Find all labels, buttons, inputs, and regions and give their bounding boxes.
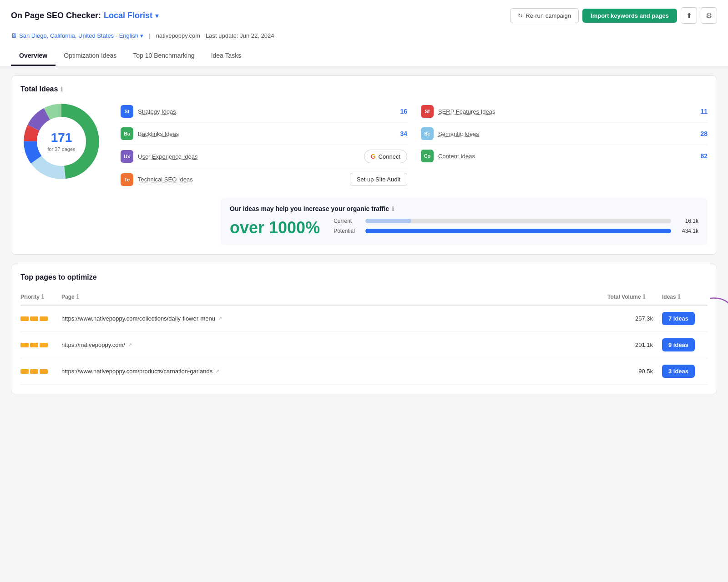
priority-bar-3 xyxy=(40,343,48,347)
header-top: On Page SEO Checker: Local Florist ▾ ↻ R… xyxy=(11,7,717,24)
page-title-blue: Local Florist xyxy=(104,11,152,20)
backlinks-count: 34 xyxy=(394,130,407,137)
page-url-3[interactable]: https://www.nativepoppy.com/products/car… xyxy=(61,368,607,375)
gear-icon: ⚙ xyxy=(706,11,712,20)
priority-label: Priority xyxy=(20,294,40,300)
row-1-container: https://www.nativepoppy.com/collections/… xyxy=(20,306,708,332)
donut-center: 171 for 37 pages xyxy=(47,130,75,152)
external-link-icon: ↗ xyxy=(215,368,219,374)
site-audit-button[interactable]: Set up Site Audit xyxy=(350,173,407,186)
volume-2: 201.1k xyxy=(607,341,662,348)
title-section: On Page SEO Checker: Local Florist ▾ xyxy=(11,11,159,20)
serp-badge: Sf xyxy=(421,105,434,118)
serp-ideas-row: Sf SERP Features Ideas 11 xyxy=(421,100,708,123)
connect-button[interactable]: G Connect xyxy=(364,150,407,163)
page-header: On Page SEO Checker: Local Florist ▾ ↻ R… xyxy=(0,0,728,66)
google-icon: G xyxy=(371,153,376,160)
priority-indicator xyxy=(20,369,61,374)
rerun-button[interactable]: ↻ Re-run campaign xyxy=(510,8,579,23)
total-pages-label: for 37 pages xyxy=(47,146,75,152)
priority-bar-2 xyxy=(30,369,38,374)
chevron-down-icon[interactable]: ▾ xyxy=(155,11,159,20)
backlinks-ideas-row: Ba Backlinks Ideas 34 xyxy=(121,123,407,145)
ideas-button-2[interactable]: 9 ideas xyxy=(662,338,695,351)
volume-3: 90.5k xyxy=(607,368,662,375)
location-chevron-icon[interactable]: ▾ xyxy=(140,32,143,39)
table-row: https://www.nativepoppy.com/products/car… xyxy=(20,358,708,385)
strategy-badge: St xyxy=(121,105,133,118)
content-ideas-link[interactable]: Content Ideas xyxy=(438,153,689,160)
table-row: https://www.nativepoppy.com/collections/… xyxy=(20,306,708,332)
page-title-prefix: On Page SEO Checker: xyxy=(11,11,101,20)
page-url-2[interactable]: https://nativepoppy.com/ ↗ xyxy=(61,341,607,348)
priority-bar-3 xyxy=(40,316,48,321)
tab-overview[interactable]: Overview xyxy=(11,46,56,66)
import-button[interactable]: Import keywords and pages xyxy=(582,9,677,23)
semantic-ideas-link[interactable]: Semantic Ideas xyxy=(438,130,689,137)
location-text: San Diego, California, United States - E… xyxy=(19,32,138,39)
priority-col-header: Priority ℹ xyxy=(20,293,61,300)
ux-ideas-row: Ux User Experience Ideas G Connect xyxy=(121,145,407,168)
volume-label: Total Volume xyxy=(607,294,641,300)
page-info-icon[interactable]: ℹ xyxy=(76,293,79,300)
content-ideas-row: Co Content Ideas 82 xyxy=(421,145,708,167)
backlinks-ideas-link[interactable]: Backlinks Ideas xyxy=(138,130,389,137)
priority-bar-1 xyxy=(20,316,29,321)
strategy-count: 16 xyxy=(394,108,407,115)
ideas-info-icon[interactable]: ℹ xyxy=(678,293,680,300)
priority-indicator xyxy=(20,343,61,347)
total-ideas-label: Total Ideas xyxy=(20,85,58,93)
location-selector[interactable]: 🖥 San Diego, California, United States -… xyxy=(11,32,143,39)
share-button[interactable]: ⬆ xyxy=(681,7,697,24)
technical-seo-row: Te Technical SEO Ideas Set up Site Audit xyxy=(121,168,407,191)
top-pages-title: Top pages to optimize xyxy=(20,273,708,281)
strategy-ideas-link[interactable]: Strategy Ideas xyxy=(138,108,389,115)
priority-bar-3 xyxy=(40,369,48,374)
tab-benchmarking[interactable]: Top 10 Benchmarking xyxy=(125,46,202,66)
priority-bar-2 xyxy=(30,316,38,321)
serp-ideas-link[interactable]: SERP Features Ideas xyxy=(438,108,689,115)
ux-badge: Ux xyxy=(121,150,133,163)
strategy-ideas-row: St Strategy Ideas 16 xyxy=(121,100,407,123)
site-audit-label: Set up Site Audit xyxy=(357,176,400,183)
settings-button[interactable]: ⚙ xyxy=(701,7,717,24)
ux-ideas-link[interactable]: User Experience Ideas xyxy=(138,153,359,160)
refresh-icon: ↻ xyxy=(518,12,523,19)
ideas-col-header: Ideas ℹ xyxy=(662,293,708,300)
organic-info-icon[interactable]: ℹ xyxy=(392,206,394,212)
current-bar-fill xyxy=(365,219,411,223)
tab-idea-tasks[interactable]: Idea Tasks xyxy=(203,46,250,66)
total-ideas-title: Total Ideas ℹ xyxy=(20,85,708,93)
priority-info-icon[interactable]: ℹ xyxy=(41,293,44,300)
technical-seo-link[interactable]: Technical SEO Ideas xyxy=(138,176,345,183)
potential-value: 434.1k xyxy=(676,228,698,234)
page-col-header: Page ℹ xyxy=(61,293,607,300)
ideas-cell-2: 9 ideas xyxy=(662,338,708,351)
traffic-bars: Current 16.1k Potential xyxy=(334,218,698,238)
technical-badge: Te xyxy=(121,173,133,186)
total-number: 171 xyxy=(47,130,75,145)
serp-count: 11 xyxy=(694,108,708,115)
tab-optimization-ideas[interactable]: Optimization Ideas xyxy=(56,46,125,66)
priority-bar-1 xyxy=(20,369,29,374)
domain-text: nativepoppy.com xyxy=(156,32,200,39)
total-ideas-content: 171 for 37 pages St Strategy Ideas 16 xyxy=(20,100,708,245)
ideas-right-col: Sf SERP Features Ideas 11 Se Semantic Id… xyxy=(421,100,708,191)
nav-tabs: Overview Optimization Ideas Top 10 Bench… xyxy=(11,46,717,66)
ideas-button-1[interactable]: 7 ideas xyxy=(662,312,695,325)
ideas-cell-1: 7 ideas xyxy=(662,312,708,325)
external-link-icon: ↗ xyxy=(128,342,132,348)
total-ideas-info-icon[interactable]: ℹ xyxy=(61,86,63,93)
page-url-1[interactable]: https://www.nativepoppy.com/collections/… xyxy=(61,315,607,322)
volume-info-icon[interactable]: ℹ xyxy=(643,293,645,300)
main-content: Total Ideas ℹ xyxy=(0,66,728,412)
current-value: 16.1k xyxy=(676,218,698,224)
ideas-button-3[interactable]: 3 ideas xyxy=(662,365,695,378)
organic-title-text: Our ideas may help you increase your org… xyxy=(230,205,389,212)
divider: | xyxy=(149,32,150,39)
external-link-icon: ↗ xyxy=(218,316,222,321)
organic-main: over 1000% Current 16.1k Potential xyxy=(230,218,698,238)
ideas-label: Ideas xyxy=(662,294,676,300)
volume-1: 257.3k xyxy=(607,315,662,322)
connect-label: Connect xyxy=(379,153,400,160)
